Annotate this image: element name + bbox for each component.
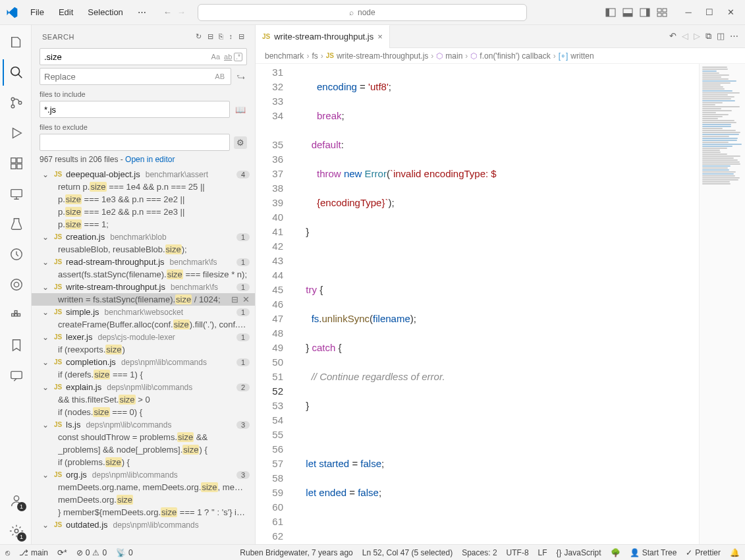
more-actions-icon[interactable]: ⋯ xyxy=(730,31,738,42)
file-row[interactable]: ⌄JScompletion.jsdeps\npm\lib\commands1 xyxy=(32,356,255,368)
file-row[interactable]: ⌄JSread-stream-throughput.jsbenchmark\fs… xyxy=(32,256,255,268)
cursor-position[interactable]: Ln 52, Col 47 (5 selected) xyxy=(362,548,453,557)
run-debug-icon[interactable] xyxy=(3,120,29,146)
match-row[interactable]: memDeets.org.name, memDeets.org.size, me… xyxy=(32,481,255,493)
results-tree[interactable]: ⌄JSdeepequal-object.jsbenchmark\assert4r… xyxy=(32,168,255,544)
file-row[interactable]: ⌄JSdeepequal-object.jsbenchmark\assert4 xyxy=(32,168,255,181)
exclude-input[interactable] xyxy=(44,138,225,148)
match-row[interactable]: assert(fs.statSync(filename).size === fi… xyxy=(32,268,255,281)
git-blame[interactable]: Ruben Bridgewater, 7 years ago xyxy=(240,548,352,557)
match-case-icon[interactable]: Aa xyxy=(209,53,222,61)
replace-all-icon[interactable]: ⮑ xyxy=(234,72,247,82)
indentation[interactable]: Spaces: 2 xyxy=(462,548,497,557)
exclude-settings-icon[interactable]: ⚙ xyxy=(234,136,247,149)
file-row[interactable]: ⌄JScreation.jsbenchmark\blob1 xyxy=(32,231,255,243)
settings-icon[interactable]: 1 xyxy=(3,518,29,544)
match-row[interactable]: p.size === 1e3 && p.n === 2e2 || xyxy=(32,193,255,206)
notifications-icon[interactable]: 🔔 xyxy=(730,548,740,557)
preserve-case-icon[interactable]: AB xyxy=(213,72,227,80)
chat-icon[interactable] xyxy=(3,362,29,389)
match-row[interactable]: if (nodes.size === 0) { xyxy=(32,406,255,418)
collapse-all-icon[interactable]: ⊟ xyxy=(238,32,245,41)
regex-icon[interactable]: .* xyxy=(234,53,242,61)
match-row[interactable]: if (reexports.size) xyxy=(32,343,255,356)
close-icon[interactable]: ✕ xyxy=(242,294,250,304)
breadcrumbs[interactable]: benchmark› fs› JSwrite-stream-throughput… xyxy=(256,48,745,64)
file-row[interactable]: ⌄JSoutdated.jsdeps\npm\lib\commands xyxy=(32,518,255,531)
line-gutter[interactable]: 3132333435363738394041424344454647484950… xyxy=(256,64,295,544)
bc-symbol[interactable]: main xyxy=(445,51,462,61)
language-mode[interactable]: {} JavaScript xyxy=(557,548,601,557)
eol[interactable]: LF xyxy=(538,548,547,557)
accounts-icon[interactable]: 1 xyxy=(3,488,29,514)
clear-icon[interactable]: ⊟ xyxy=(207,32,214,41)
match-row[interactable]: createFrame(Buffer.alloc(conf.size).fill… xyxy=(32,318,255,331)
compare-icon[interactable]: ⧉ xyxy=(705,31,711,42)
file-row[interactable]: ⌄JSsimple.jsbenchmark\websocket1 xyxy=(32,306,255,318)
match-row[interactable]: const shouldThrow = problems.size && xyxy=(32,431,255,443)
file-row[interactable]: ⌄JSwrite-stream-throughput.jsbenchmark\f… xyxy=(32,281,255,293)
split-icon[interactable]: ◫ xyxy=(717,31,725,42)
tab-close-icon[interactable]: × xyxy=(377,32,383,42)
match-row[interactable]: return p.size === 1e4 && p.n === 25 || xyxy=(32,181,255,193)
code-content[interactable]: encoding = 'utf8'; break; default: throw… xyxy=(295,64,699,544)
open-in-editor-link[interactable]: Open in editor xyxy=(125,155,175,164)
match-row[interactable]: _problems] && node[_problems].size) { xyxy=(32,443,255,456)
layout-sidebar-left-icon[interactable] xyxy=(603,5,619,20)
dismiss-icon[interactable]: ⊟ xyxy=(231,294,238,304)
git-branch[interactable]: ⎇main xyxy=(19,548,48,557)
references-icon[interactable] xyxy=(3,271,29,298)
menu-more[interactable]: ⋯ xyxy=(132,5,152,20)
command-center[interactable]: ⌕ node xyxy=(198,4,527,21)
match-row[interactable]: && this.filterSet.size > 0 xyxy=(32,393,255,406)
explorer-icon[interactable] xyxy=(3,29,29,55)
ports[interactable]: 📡0 xyxy=(116,548,133,557)
nav-back-icon[interactable]: ← xyxy=(163,7,172,17)
file-row[interactable]: ⌄JSls.jsdeps\npm\lib\commands3 xyxy=(32,418,255,431)
search-input[interactable] xyxy=(44,52,209,62)
refresh-icon[interactable]: ↻ xyxy=(196,32,202,41)
layout-sidebar-right-icon[interactable] xyxy=(637,5,653,20)
nav-next-icon[interactable]: ▷ xyxy=(694,31,700,42)
bc-symbol[interactable]: written xyxy=(570,51,593,61)
bc-folder[interactable]: fs xyxy=(312,51,317,61)
include-input[interactable] xyxy=(44,105,225,115)
sync-icon[interactable]: ⟳* xyxy=(57,548,67,557)
problems[interactable]: ⊘0 ⚠0 xyxy=(76,548,107,557)
match-row[interactable]: memDeets.org.size xyxy=(32,493,255,506)
docker-icon[interactable] xyxy=(3,302,29,328)
remote-indicator[interactable]: ⎋ xyxy=(5,548,10,557)
source-control-icon[interactable] xyxy=(3,90,29,116)
encoding[interactable]: UTF-8 xyxy=(507,548,529,557)
match-whole-word-icon[interactable]: ab xyxy=(222,53,234,61)
match-row[interactable]: } member${memDeets.org.size === 1 ? '' :… xyxy=(32,506,255,518)
window-minimize[interactable]: ─ xyxy=(679,3,698,22)
bc-folder[interactable]: benchmark xyxy=(265,51,304,61)
layout-panel-icon[interactable] xyxy=(620,5,636,20)
file-row[interactable]: ⌄JSlexer.jsdeps\cjs-module-lexer1 xyxy=(32,331,255,343)
search-icon[interactable] xyxy=(3,59,29,86)
editor-tab[interactable]: JS write-stream-throughput.js × xyxy=(256,25,390,48)
window-close[interactable]: ✕ xyxy=(721,3,740,22)
file-row[interactable]: ⌄JSexplain.jsdeps\npm\lib\commands2 xyxy=(32,381,255,393)
nav-forward-icon[interactable]: → xyxy=(177,7,186,17)
match-row[interactable]: reusableBlob, reusableBlob.size); xyxy=(32,243,255,256)
minimap[interactable] xyxy=(699,64,745,544)
match-row[interactable]: p.size === 1; xyxy=(32,218,255,231)
file-row[interactable]: ⌄JSorg.jsdeps\npm\lib\commands3 xyxy=(32,468,255,481)
match-row[interactable]: written = fs.statSync(filename).size / 1… xyxy=(32,293,255,306)
start-tree[interactable]: 👤 Start Tree xyxy=(630,548,677,557)
go-back-icon[interactable]: ↶ xyxy=(669,31,676,42)
bc-file[interactable]: write-stream-throughput.js xyxy=(337,51,428,61)
layout-customize-icon[interactable] xyxy=(654,5,670,20)
new-file-icon[interactable]: ⎘ xyxy=(219,32,224,41)
nav-prev-icon[interactable]: ◁ xyxy=(682,31,688,42)
menu-selection[interactable]: Selection xyxy=(82,5,128,20)
bookmarks-icon[interactable] xyxy=(3,332,29,358)
timeline-icon[interactable] xyxy=(3,241,29,267)
match-row[interactable]: p.size === 1e2 && p.n === 2e3 || xyxy=(32,206,255,218)
tree-icon[interactable]: 🌳 xyxy=(611,548,621,557)
prettier[interactable]: ✓ Prettier xyxy=(686,548,721,557)
bc-symbol[interactable]: f.on('finish') callback xyxy=(480,51,550,61)
expand-icon[interactable]: ↕ xyxy=(229,32,233,41)
